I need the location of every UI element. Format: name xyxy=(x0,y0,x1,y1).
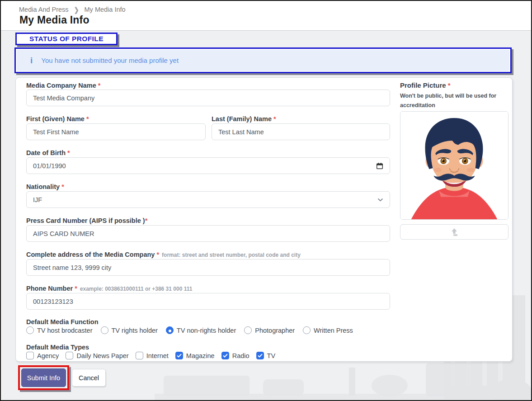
checkbox-label: Radio xyxy=(232,352,250,359)
calendar-icon[interactable] xyxy=(376,162,383,170)
media-types-checkbox-group: Agency Daily News Paper Internet Magazin… xyxy=(26,352,275,359)
label-text: Last (Family) Name xyxy=(212,115,272,123)
field-label-media-types: Default Media Types xyxy=(26,343,390,351)
selected-option: IJF xyxy=(33,196,42,203)
label-text: Press Card Number (AIPS if possible ) xyxy=(26,217,145,224)
required-asterisk: * xyxy=(75,285,77,292)
input-value: 00123123123 xyxy=(33,298,73,305)
phone-example-hint: example: 0038631000111 or +386 31 000 11… xyxy=(80,286,193,292)
press-card-number-input[interactable]: AIPS CARD NUMER xyxy=(26,225,390,242)
input-value: Test Media Company xyxy=(33,94,94,102)
radio-label: TV host brodcaster xyxy=(37,327,93,334)
checkbox-label: Internet xyxy=(146,352,169,359)
submit-annotation-box: Submit Info xyxy=(18,365,69,390)
submit-info-button[interactable]: Submit Info xyxy=(21,368,66,387)
breadcrumb-item-my-media-info: My Media Info xyxy=(85,6,126,13)
required-asterisk: * xyxy=(61,183,64,190)
address-input[interactable]: Street name 123, 9999 city xyxy=(26,259,390,276)
radio-label: Photographer xyxy=(255,327,295,334)
chevron-right-icon: ❯ xyxy=(74,5,79,13)
checkbox-label: Daily News Paper xyxy=(76,352,128,359)
checkbox-icon[interactable] xyxy=(66,352,73,359)
media-company-name-input[interactable]: Test Media Company xyxy=(26,90,390,106)
required-asterisk: * xyxy=(145,217,148,224)
media-profile-form-card: Media Company Name* Test Media Company F… xyxy=(15,77,513,362)
checkbox-option-internet[interactable]: Internet xyxy=(136,352,169,359)
cancel-button[interactable]: Cancel xyxy=(72,369,106,387)
checkbox-option-agency[interactable]: Agency xyxy=(26,352,59,359)
checkbox-option-daily-news-paper[interactable]: Daily News Paper xyxy=(66,352,128,359)
page-header: Media And Press ❯ My Media Info My Media… xyxy=(1,1,531,31)
checkbox-checked-icon[interactable] xyxy=(256,352,264,359)
checkbox-option-magazine[interactable]: Magazine xyxy=(175,352,215,359)
checkbox-icon[interactable] xyxy=(136,352,143,359)
breadcrumb-item-media-and-press[interactable]: Media And Press xyxy=(19,6,69,13)
app-window: Media And Press ❯ My Media Info My Media… xyxy=(0,0,532,401)
last-name-input[interactable]: Test Last Name xyxy=(212,123,390,140)
field-label-phone: Phone Number*example: 0038631000111 or +… xyxy=(26,284,390,292)
field-label-press-card: Press Card Number (AIPS if possible )* xyxy=(26,217,390,225)
checkbox-label: TV xyxy=(267,352,276,359)
field-label-nationality: Nationality* xyxy=(26,183,390,191)
checkbox-checked-icon[interactable] xyxy=(175,352,183,359)
radio-option-photographer[interactable]: Photographer xyxy=(244,326,295,334)
radio-icon[interactable] xyxy=(26,326,34,334)
info-alert: i You have not submitted your media prof… xyxy=(17,50,509,71)
profile-picture-preview xyxy=(400,111,508,220)
checkbox-label: Magazine xyxy=(186,352,215,359)
field-label-address: Complete address of the Media Company*fo… xyxy=(26,250,390,259)
upload-icon xyxy=(450,228,459,236)
label-text: Nationality xyxy=(26,183,60,190)
required-asterisk: * xyxy=(98,82,101,89)
radio-label: Written Press xyxy=(314,327,353,334)
media-function-radio-group: TV host brodcaster TV rights holder TV n… xyxy=(26,326,353,334)
radio-option-tv-non-rights-holder[interactable]: TV non-rights holder xyxy=(166,326,236,334)
label-text: Complete address of the Media Company xyxy=(26,251,155,258)
field-label-media-company-name: Media Company Name* xyxy=(26,81,390,90)
radio-option-tv-host-brodcaster[interactable]: TV host brodcaster xyxy=(26,326,93,334)
input-value: Street name 123, 9999 city xyxy=(33,264,111,271)
alert-message: You have not submitted your media profil… xyxy=(41,57,179,64)
radio-option-tv-rights-holder[interactable]: TV rights holder xyxy=(101,326,158,334)
status-of-profile-annotation: STATUS OF PROFILE xyxy=(15,33,118,45)
chevron-down-icon xyxy=(377,198,383,202)
input-value: AIPS CARD NUMER xyxy=(33,230,94,237)
checkbox-option-tv[interactable]: TV xyxy=(256,352,276,359)
label-text: Phone Number xyxy=(26,285,73,292)
required-asterisk: * xyxy=(156,251,159,258)
profile-picture-label: Profile Picture* xyxy=(400,81,451,89)
radio-option-written-press[interactable]: Written Press xyxy=(303,326,353,334)
input-value: Test First Name xyxy=(33,128,79,136)
radio-icon[interactable] xyxy=(244,326,252,334)
upload-picture-button[interactable] xyxy=(400,224,508,240)
address-format-hint: format: street and street number, postal… xyxy=(162,252,301,258)
date-of-birth-input[interactable]: 01/01/1990 xyxy=(26,157,390,174)
radio-selected-icon[interactable] xyxy=(166,326,174,334)
label-text: First (Given) Name xyxy=(26,115,85,123)
page-title: My Media Info xyxy=(19,14,89,26)
avatar-illustration xyxy=(400,112,508,219)
nationality-select[interactable]: IJF xyxy=(26,191,390,208)
checkbox-icon[interactable] xyxy=(26,352,34,359)
required-asterisk: * xyxy=(448,81,451,89)
check-icon xyxy=(223,354,228,358)
first-name-input[interactable]: Test First Name xyxy=(26,123,206,140)
breadcrumb: Media And Press ❯ My Media Info xyxy=(19,6,126,13)
radio-label: TV rights holder xyxy=(112,327,158,334)
check-icon xyxy=(258,354,263,358)
field-label-date-of-birth: Date of Birth* xyxy=(26,149,390,157)
label-text: Media Company Name xyxy=(26,82,96,89)
checkbox-checked-icon[interactable] xyxy=(221,352,229,359)
radio-icon[interactable] xyxy=(101,326,108,334)
info-icon: i xyxy=(30,56,33,66)
radio-icon[interactable] xyxy=(303,326,311,334)
checkbox-option-radio[interactable]: Radio xyxy=(221,352,250,359)
input-value: Test Last Name xyxy=(218,128,264,136)
required-asterisk: * xyxy=(67,149,70,156)
check-icon xyxy=(177,354,182,358)
input-value: 01/01/1990 xyxy=(33,162,66,170)
radio-label: TV non-rights holder xyxy=(177,327,236,334)
phone-number-input[interactable]: 00123123123 xyxy=(26,293,390,310)
profile-picture-hint: Won't be public, but will be used for ac… xyxy=(400,91,496,110)
status-of-profile-label: STATUS OF PROFILE xyxy=(29,35,104,43)
